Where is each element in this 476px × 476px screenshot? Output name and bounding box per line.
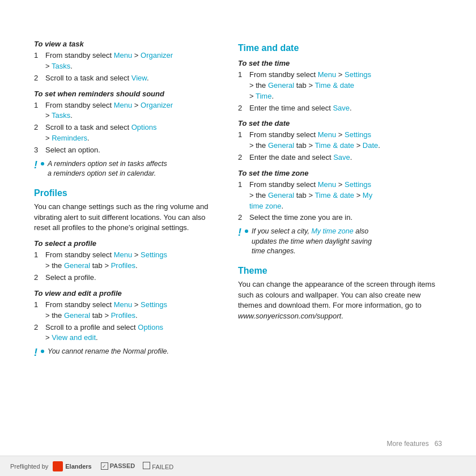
step-item: 2 Scroll to a profile and select Options… [34, 322, 215, 344]
steps-set-time: 1 From standby select Menu > Settings> t… [238, 70, 442, 113]
link-time-date: Time & date [314, 191, 354, 199]
step-text: From standby select Menu > Settings> the… [249, 70, 371, 102]
link-options: Options [138, 323, 163, 332]
link-organizer: Organizer [141, 101, 173, 109]
steps-view-edit-profile: 1 From standby select Menu > Settings> t… [34, 300, 215, 343]
section-timezone: To set the time zone 1 From standby sele… [238, 169, 442, 257]
preflighted-label: Preflighted by [10, 463, 48, 470]
step-text: Enter the date and select Save. [249, 152, 352, 163]
subsection-title-set-date: To set the date [238, 119, 442, 128]
note-normal-profile: ! You cannot rename the Normal profile. [34, 347, 215, 358]
link-save: Save [333, 104, 350, 112]
elanders-logo: Elanders [53, 461, 91, 471]
link-settings: Settings [345, 70, 371, 79]
section-set-time: To set the time 1 From standby select Me… [238, 59, 442, 113]
section-title-profiles: Profiles [34, 188, 215, 198]
step-text: Select the time zone you are in. [249, 212, 352, 223]
note-text: A reminders option set in tasks affectsa… [48, 159, 167, 179]
passed-text: PASSED [110, 462, 135, 469]
section-set-date: To set the date 1 From standby select Me… [238, 119, 442, 163]
step-number: 1 [34, 250, 43, 261]
link-options: Options [131, 123, 157, 131]
steps-view-task: 1 From standby select Menu > Organizer> … [34, 50, 215, 84]
note-dot [41, 162, 44, 165]
step-number: 3 [34, 145, 43, 156]
link-settings: Settings [141, 250, 167, 259]
subsection-title-view-edit-profile: To view and edit a profile [34, 289, 215, 298]
section-theme: Theme You can change the appearance of t… [238, 266, 442, 322]
footer-section-label: More features [387, 440, 429, 448]
link-menu: Menu [114, 250, 133, 259]
theme-body: You can change the appearance of the scr… [238, 279, 442, 322]
step-text: Scroll to a task and select View. [45, 73, 149, 84]
link-settings: Settings [345, 130, 371, 139]
note-icon: ! [238, 227, 241, 237]
step-item: 1 From standby select Menu > Organizer> … [34, 100, 215, 122]
step-number: 1 [34, 100, 43, 111]
note-text: If you select a city, My time zone alsou… [252, 227, 372, 257]
passed-checkbox: ✓ [101, 462, 108, 470]
note-icon: ! [34, 160, 37, 170]
link-menu: Menu [114, 300, 133, 309]
step-number: 2 [34, 322, 43, 333]
link-general: General [268, 81, 294, 90]
link-menu: Menu [114, 51, 133, 60]
section-title-theme: Theme [238, 266, 442, 276]
step-item: 2 Select the time zone you are in. [238, 212, 442, 223]
step-text: Scroll to a profile and select Options> … [45, 322, 163, 344]
failed-label: FAILED [143, 462, 173, 470]
step-number: 1 [238, 180, 247, 190]
link-profiles: Profiles [111, 261, 135, 270]
link-menu: Menu [114, 101, 133, 109]
link-tasks: Tasks [52, 62, 70, 70]
steps-timezone: 1 From standby select Menu > Settings> t… [238, 180, 442, 223]
link-menu: Menu [318, 180, 337, 189]
step-item: 2 Select a profile. [34, 273, 215, 283]
step-item: 1 From standby select Menu > Settings> t… [238, 180, 442, 212]
subsection-title-select-profile: To select a profile [34, 239, 215, 248]
section-reminders: To set when reminders should sound 1 Fro… [34, 90, 215, 179]
step-number: 2 [238, 103, 247, 114]
link-general: General [64, 261, 90, 270]
left-column: To view a task 1 From standby select Men… [34, 34, 215, 361]
section-title-time-date: Time and date [238, 43, 442, 53]
note-icon: ! [34, 347, 37, 358]
link-settings: Settings [345, 180, 371, 189]
link-view-and-edit: View and edit [52, 333, 96, 342]
step-text: Scroll to a task and select Options> Rem… [45, 122, 157, 144]
footer: More features 63 [387, 440, 442, 448]
link-time-date: Time & date [314, 81, 354, 90]
profiles-body: You can change settings such as the ring… [34, 202, 215, 234]
step-text: Select a profile. [45, 273, 96, 283]
step-text: From standby select Menu > Organizer> Ta… [45, 100, 173, 122]
link-profiles: Profiles [111, 311, 135, 320]
note-text: You cannot rename the Normal profile. [48, 347, 169, 357]
failed-checkbox [143, 462, 150, 469]
subsection-title-view-task: To view a task [34, 40, 215, 48]
subsection-title-reminders: To set when reminders should sound [34, 90, 215, 98]
note-dot [41, 350, 44, 353]
section-view-edit-profile: To view and edit a profile 1 From standb… [34, 289, 215, 358]
failed-text: FAILED [152, 464, 173, 470]
step-item: 3 Select an option. [34, 145, 215, 156]
step-item: 1 From standby select Menu > Settings> t… [238, 130, 442, 151]
link-general: General [64, 311, 90, 320]
link-general: General [268, 191, 294, 199]
link-time-date: Time & date [314, 141, 354, 150]
link-save: Save [333, 153, 350, 162]
passed-label: ✓ PASSED [101, 462, 135, 470]
page: To view a task 1 From standby select Men… [0, 0, 476, 476]
main-content: To view a task 1 From standby select Men… [34, 34, 442, 361]
elanders-brand: Elanders [65, 463, 91, 470]
step-number: 1 [238, 130, 247, 141]
step-number: 2 [34, 273, 43, 283]
step-text: Select an option. [45, 145, 100, 156]
page-number: 63 [435, 440, 442, 448]
link-date: Date [363, 141, 378, 150]
step-item: 2 Enter the date and select Save. [238, 152, 442, 163]
step-number: 1 [238, 70, 247, 80]
step-item: 2 Scroll to a task and select Options> R… [34, 122, 215, 144]
steps-reminders: 1 From standby select Menu > Organizer> … [34, 100, 215, 156]
step-item: 1 From standby select Menu > Organizer> … [34, 50, 215, 72]
link-reminders: Reminders [52, 134, 87, 142]
